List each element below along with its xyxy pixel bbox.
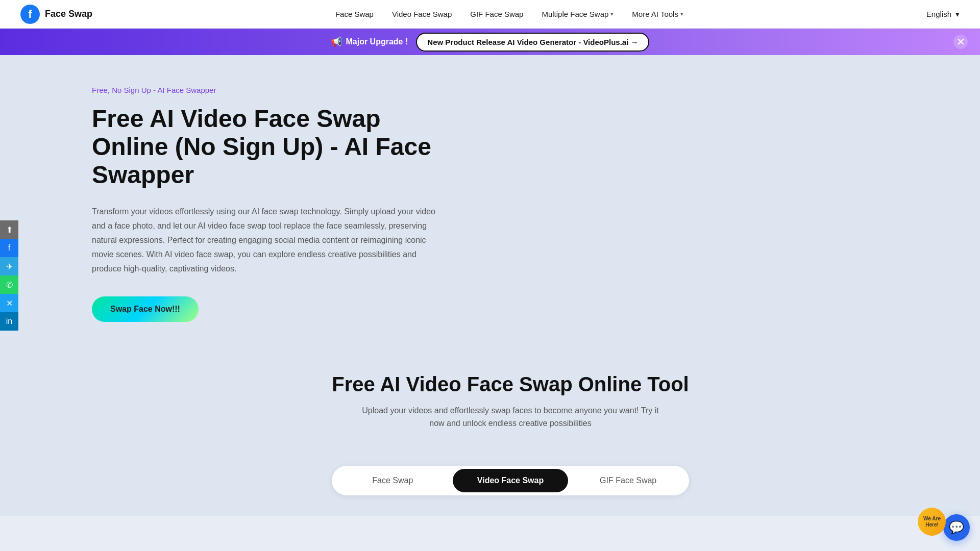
logo-icon[interactable]: f — [20, 5, 40, 24]
nav-face-swap-label: Face Swap — [335, 10, 374, 18]
chevron-down-icon: ▾ — [610, 11, 614, 17]
banner-pill-text: New Product Release AI Video Generator -… — [427, 38, 638, 46]
chevron-down-icon: ▾ — [680, 11, 683, 17]
chevron-down-icon: ▾ — [955, 10, 960, 19]
tabs-container: Face Swap Video Face Swap GIF Face Swap — [332, 466, 689, 495]
hero-title: Free AI Video Face Swap Online (No Sign … — [92, 105, 449, 189]
banner-text: Major Upgrade ! — [346, 37, 408, 46]
social-telegram-button[interactable]: ✈ — [0, 257, 18, 276]
banner-cta-pill[interactable]: New Product Release AI Video Generator -… — [416, 33, 649, 52]
nav-video-face-swap[interactable]: Video Face Swap — [392, 10, 452, 18]
hero-description: Transform your videos effortlessly using… — [92, 205, 439, 276]
tool-section: Free AI Video Face Swap Online Tool Uplo… — [41, 353, 980, 440]
social-linkedin-button[interactable]: in — [0, 312, 18, 331]
nav-more-ai-tools[interactable]: More AI Tools ▾ — [632, 10, 683, 18]
nav-gif-face-swap-label: GIF Face Swap — [470, 10, 523, 18]
upgrade-banner: 📢 Major Upgrade ! New Product Release AI… — [0, 29, 980, 55]
megaphone-icon: 📢 — [331, 36, 342, 47]
navbar-nav: Face Swap Video Face Swap GIF Face Swap … — [335, 10, 683, 18]
logo-letter: f — [28, 8, 32, 21]
chat-bubble-button[interactable]: 💬 — [943, 514, 970, 541]
we-are-here-badge: We AreHere! — [915, 505, 949, 539]
tabs-row: Face Swap Video Face Swap GIF Face Swap — [41, 466, 980, 516]
social-sidebar: ⬆ f ✈ ✆ ✕ in — [0, 220, 18, 331]
banner-left-content: 📢 Major Upgrade ! — [331, 36, 408, 47]
nav-multiple-face-swap-label: Multiple Face Swap — [542, 10, 608, 18]
hero-badge: Free, No Sign Up - AI Face Swapper — [92, 86, 449, 94]
navbar: f Face Swap Face Swap Video Face Swap GI… — [0, 0, 980, 29]
social-share-button[interactable]: ⬆ — [0, 220, 18, 239]
hero-section: Free, No Sign Up - AI Face Swapper Free … — [41, 55, 449, 353]
close-icon: ✕ — [957, 36, 965, 48]
navbar-logo-group: f Face Swap — [20, 5, 92, 24]
nav-face-swap[interactable]: Face Swap — [335, 10, 374, 18]
language-label: English — [926, 10, 951, 18]
nav-gif-face-swap[interactable]: GIF Face Swap — [470, 10, 523, 18]
section-subtitle: Upload your videos and effortlessly swap… — [357, 404, 664, 430]
section-title: Free AI Video Face Swap Online Tool — [41, 373, 980, 396]
language-selector[interactable]: English ▾ — [926, 10, 960, 19]
chat-icon: 💬 — [949, 520, 964, 535]
logo-text: Face Swap — [45, 9, 92, 19]
tab-video-face-swap[interactable]: Video Face Swap — [453, 469, 569, 492]
social-facebook-button[interactable]: f — [0, 239, 18, 257]
nav-video-face-swap-label: Video Face Swap — [392, 10, 452, 18]
nav-multiple-face-swap[interactable]: Multiple Face Swap ▾ — [542, 10, 614, 18]
chat-widget: We AreHere! 💬 — [918, 508, 970, 541]
banner-close-button[interactable]: ✕ — [953, 35, 968, 49]
nav-more-ai-tools-label: More AI Tools — [632, 10, 678, 18]
tab-gif-face-swap[interactable]: GIF Face Swap — [570, 469, 686, 492]
tab-face-swap[interactable]: Face Swap — [335, 469, 451, 492]
social-twitter-button[interactable]: ✕ — [0, 294, 18, 312]
social-whatsapp-button[interactable]: ✆ — [0, 276, 18, 294]
swap-face-now-button[interactable]: Swap Face Now!!! — [92, 296, 199, 322]
